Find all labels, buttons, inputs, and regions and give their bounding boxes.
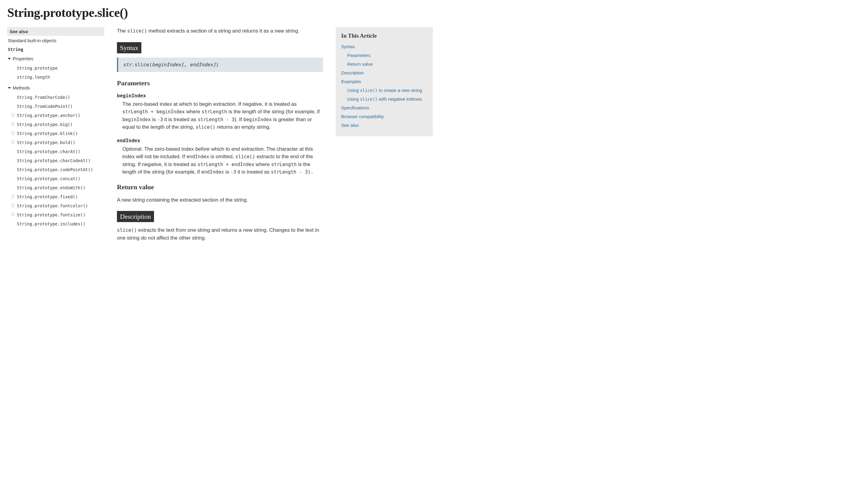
- sidebar-methods-list: String.fromCharCode()String.fromCodePoin…: [7, 93, 104, 230]
- toc-item: Description: [341, 68, 428, 77]
- sidebar-method-link[interactable]: String.fromCodePoint(): [17, 104, 73, 109]
- sidebar-method-link[interactable]: String.prototype.fixed(): [17, 195, 78, 199]
- toc-link[interactable]: Syntax: [341, 44, 355, 49]
- heading-syntax: Syntax: [117, 42, 141, 53]
- thumbs-down-icon: [11, 195, 15, 199]
- toc-list: SyntaxParametersReturn valueDescriptionE…: [341, 42, 428, 129]
- list-item: String.prototype.fontsize(): [7, 210, 104, 219]
- intro-paragraph: The slice() method extracts a section of…: [117, 27, 323, 35]
- syntax-arg1: beginIndex: [152, 62, 181, 67]
- toc-item: Return value: [341, 60, 428, 68]
- sidebar: See also Standard built-in objects Strin…: [7, 27, 104, 230]
- sidebar-group-methods-label: Methods: [13, 85, 30, 90]
- toc-link[interactable]: Return value: [347, 61, 373, 66]
- list-item: String.prototype.fontcolor(): [7, 201, 104, 210]
- return-value-text: A new string containing the extracted se…: [117, 196, 323, 204]
- toc-item: See also: [341, 121, 428, 129]
- toc-link[interactable]: Examples: [341, 79, 361, 84]
- sidebar-method-link[interactable]: String.prototype.endsWith(): [17, 185, 86, 190]
- toc-link[interactable]: Using slice() to create a new string: [347, 88, 422, 93]
- thumbs-down-icon: [11, 113, 15, 118]
- sidebar-group-properties[interactable]: Properties: [7, 53, 104, 64]
- toc-item: Using slice() to create a new string: [341, 86, 428, 95]
- heading-description: Description: [117, 211, 154, 222]
- sidebar-method-link[interactable]: String.prototype.fontsize(): [17, 213, 86, 217]
- toc-link[interactable]: Parameters: [347, 53, 371, 58]
- param-desc-endIndex: Optional. The zero-based index before wh…: [122, 145, 323, 176]
- list-item: String.prototype.codePointAt(): [7, 165, 104, 174]
- description-code: slice(): [117, 227, 137, 233]
- sidebar-method-link[interactable]: String.fromCharCode(): [17, 95, 70, 100]
- list-item: String.prototype.concat(): [7, 174, 104, 183]
- sidebar-current-object[interactable]: String: [7, 45, 104, 53]
- list-item: String.fromCharCode(): [7, 93, 104, 102]
- sidebar-method-link[interactable]: String.prototype.includes(): [17, 221, 86, 226]
- toc-item: Using slice() with negative indexes: [341, 95, 428, 103]
- sidebar-method-link[interactable]: String.prototype.blink(): [17, 131, 78, 136]
- sidebar-method-link[interactable]: String.prototype.charCodeAt(): [17, 158, 90, 163]
- list-item: String.prototype.fixed(): [7, 192, 104, 201]
- sidebar-group-methods[interactable]: Methods: [7, 83, 104, 93]
- thumbs-down-icon: [11, 131, 15, 136]
- list-item: String.prototype.includes(): [7, 219, 104, 229]
- table-of-contents: In This Article SyntaxParametersReturn v…: [336, 27, 433, 136]
- main-content: The slice() method extracts a section of…: [117, 27, 323, 246]
- sidebar-method-link[interactable]: String.prototype.charAt(): [17, 149, 80, 154]
- sidebar-link-standard-builtin[interactable]: Standard built-in objects: [7, 36, 104, 45]
- sidebar-method-link[interactable]: String.prototype.codePointAt(): [17, 167, 93, 172]
- sidebar-method-link[interactable]: String.prototype.concat(): [17, 176, 80, 181]
- syntax-method: .slice(: [132, 62, 152, 67]
- list-item: String.prototype.blink(): [7, 129, 104, 138]
- toc-link[interactable]: Description: [341, 70, 364, 75]
- description-text: extracts the text from one string and re…: [117, 227, 319, 241]
- sidebar-method-link[interactable]: String.prototype.anchor(): [17, 113, 80, 118]
- sidebar-properties-list: String.prototypestring.length: [7, 64, 104, 83]
- list-item: String.fromCodePoint(): [7, 102, 104, 111]
- toc-heading: In This Article: [341, 33, 428, 39]
- toc-item: Parameters: [341, 51, 428, 60]
- list-item: String.prototype.bold(): [7, 138, 104, 147]
- sidebar-property-link[interactable]: String.prototype: [17, 66, 58, 71]
- toc-link[interactable]: Specifications: [341, 105, 369, 110]
- toc-link[interactable]: Using slice() with negative indexes: [347, 96, 422, 102]
- thumbs-down-icon: [11, 140, 15, 145]
- toc-item: Examples: [341, 77, 428, 86]
- syntax-optional: [, endIndex]: [181, 62, 216, 67]
- toc-link[interactable]: See also: [341, 123, 359, 128]
- sidebar-group-properties-label: Properties: [13, 56, 33, 61]
- sidebar-see-also-heading: See also: [7, 27, 104, 36]
- chevron-down-icon: [8, 87, 11, 89]
- list-item: String.prototype.anchor(): [7, 111, 104, 120]
- sidebar-method-link[interactable]: String.prototype.bold(): [17, 140, 75, 145]
- intro-code-slice: slice(): [127, 28, 147, 34]
- chevron-down-icon: [8, 58, 11, 60]
- thumbs-down-icon: [11, 213, 15, 217]
- intro-text-post: method extracts a section of a string an…: [147, 28, 299, 34]
- list-item: String.prototype.big(): [7, 120, 104, 129]
- param-name-endIndex: endIndex: [117, 137, 323, 144]
- description-paragraph: slice() extracts the text from one strin…: [117, 226, 323, 242]
- heading-parameters: Parameters: [117, 78, 323, 88]
- toc-item: Syntax: [341, 42, 428, 51]
- toc-link[interactable]: Browser compatibility: [341, 114, 384, 119]
- page-title: String.prototype.slice(): [7, 5, 433, 20]
- list-item: String.prototype: [7, 64, 104, 73]
- thumbs-down-icon: [11, 203, 15, 208]
- syntax-obj: str: [123, 62, 132, 67]
- list-item: String.prototype.endsWith(): [7, 183, 104, 192]
- list-item: String.prototype.charAt(): [7, 147, 104, 156]
- toc-item: Browser compatibility: [341, 112, 428, 121]
- sidebar-method-link[interactable]: String.prototype.big(): [17, 122, 73, 127]
- intro-text: The: [117, 28, 127, 34]
- list-item: String.prototype.charCodeAt(): [7, 156, 104, 165]
- syntax-box: str.slice(beginIndex[, endIndex]): [117, 58, 323, 72]
- param-name-beginIndex: beginIndex: [117, 92, 323, 99]
- sidebar-property-link[interactable]: string.length: [17, 75, 50, 80]
- syntax-close: ): [216, 62, 219, 67]
- list-item: string.length: [7, 73, 104, 82]
- heading-return-value: Return value: [117, 182, 323, 192]
- param-desc-beginIndex: The zero-based index at which to begin e…: [122, 100, 323, 131]
- toc-item: Specifications: [341, 103, 428, 112]
- sidebar-method-link[interactable]: String.prototype.fontcolor(): [17, 203, 88, 208]
- thumbs-down-icon: [11, 122, 15, 127]
